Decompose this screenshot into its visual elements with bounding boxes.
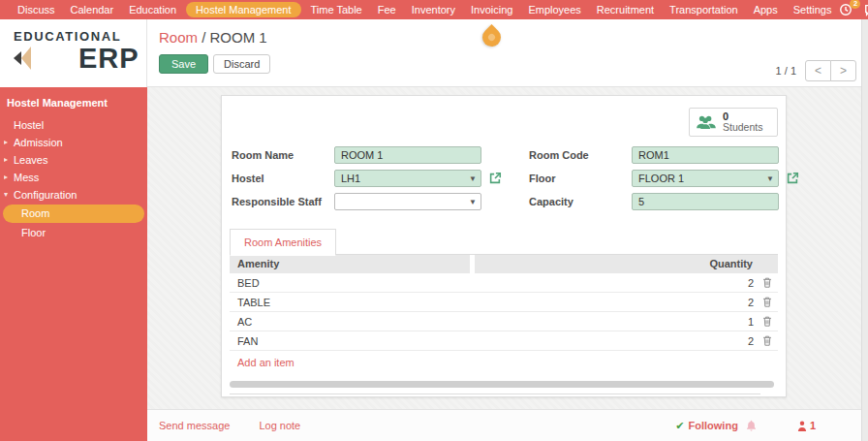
send-message-link[interactable]: Send message (159, 420, 230, 431)
quantity-cell: 2 (719, 277, 754, 289)
record-pager: 1 / 1 < > (776, 60, 856, 81)
amenities-table-header: Amenity Quantity (230, 255, 778, 273)
nav-item-inventory[interactable]: Inventory (404, 2, 463, 17)
nav-item-calendar[interactable]: Calendar (63, 2, 122, 17)
quantity-cell: 1 (719, 316, 754, 328)
sidebar-item-configuration[interactable]: ▾ Configuration (0, 186, 147, 204)
capacity-label: Capacity (529, 196, 632, 207)
tab-bar: Room Amenities (230, 229, 778, 255)
breadcrumb: Room / ROOM 1 (147, 19, 868, 46)
chevron-right-icon: ▸ (4, 134, 8, 151)
sheet-divider (230, 394, 760, 394)
nav-item-hostel-management[interactable]: Hostel Management (186, 2, 300, 17)
delete-row-icon[interactable] (760, 297, 774, 307)
chevron-right-icon: ▸ (4, 151, 8, 169)
room-name-input[interactable] (334, 146, 481, 164)
nav-item-apps[interactable]: Apps (746, 2, 786, 17)
sidebar-item-label: Floor (21, 227, 46, 238)
hostel-select[interactable]: LH1 ▼ (334, 170, 481, 187)
pager-next-button[interactable]: > (830, 60, 856, 81)
sidebar-item-leaves[interactable]: ▸ Leaves (0, 151, 147, 169)
check-icon: ✔ (675, 420, 684, 432)
table-row-table[interactable]: TABLE 2 (230, 293, 778, 312)
breadcrumb-separator: / (202, 29, 205, 46)
amenity-column-header[interactable]: Amenity (230, 255, 470, 273)
sidebar-item-label: Hostel (14, 119, 44, 131)
amenity-cell: BED (237, 277, 719, 289)
hostel-value: LH1 (341, 173, 360, 184)
nav-item-invoicing[interactable]: Invoicing (463, 2, 520, 17)
nav-item-discuss[interactable]: Discuss (10, 2, 63, 17)
following-button[interactable]: ✔ Following (675, 420, 738, 432)
vertical-scrollbar[interactable] (861, 19, 868, 441)
sidebar-item-room[interactable]: Room (3, 205, 144, 223)
table-row-bed[interactable]: BED 2 (230, 273, 778, 293)
navbar-right: 2 13 Administrator (839, 3, 868, 17)
notebook: Room Amenities Amenity Quantity BED 2 (230, 229, 778, 394)
breadcrumb-current: ROOM 1 (210, 29, 267, 46)
activity-clock-icon[interactable]: 2 (839, 3, 852, 16)
nav-item-fee[interactable]: Fee (370, 2, 404, 17)
sidebar-heading: Hostel Management (0, 95, 147, 116)
follower-count: 1 (810, 420, 816, 431)
nav-item-employees[interactable]: Employees (520, 2, 588, 17)
quantity-column-header[interactable]: Quantity (475, 255, 778, 273)
top-navbar: Discuss Calendar Education Hostel Manage… (0, 0, 868, 19)
sidebar-item-label: Mess (14, 172, 39, 183)
dropdown-caret-icon: ▼ (469, 198, 477, 206)
form-sheet: 0 Students Room Name (221, 95, 787, 397)
sidebar-item-hostel[interactable]: Hostel (0, 116, 147, 134)
delete-row-icon[interactable] (760, 316, 774, 327)
sidebar-item-floor[interactable]: Floor (0, 224, 147, 242)
add-an-item-link[interactable]: Add an item (230, 351, 778, 372)
app-logo: EDUCATIONAL ERP (0, 19, 147, 87)
left-column: EDUCATIONAL ERP Hostel Management Hostel… (0, 19, 147, 441)
log-note-link[interactable]: Log note (259, 420, 300, 431)
save-button[interactable]: Save (159, 54, 208, 74)
table-row-fan[interactable]: FAN 2 (230, 331, 778, 351)
amenity-cell: AC (237, 316, 719, 328)
responsible-staff-select[interactable]: ▼ (334, 193, 481, 210)
floor-external-link-icon[interactable] (786, 172, 799, 185)
students-label: Students (723, 122, 762, 133)
floor-value: FLOOR 1 (638, 173, 684, 184)
capacity-input[interactable] (632, 193, 779, 210)
delete-row-icon[interactable] (760, 277, 774, 288)
breadcrumb-room-link[interactable]: Room (159, 29, 198, 46)
quantity-cell: 2 (719, 335, 754, 347)
room-code-input[interactable] (632, 146, 779, 164)
followers-counter[interactable]: 1 (797, 420, 816, 431)
sidebar-item-mess[interactable]: ▸ Mess (0, 169, 147, 186)
pager-previous-button[interactable]: < (805, 60, 831, 81)
pager-counter: 1 / 1 (776, 65, 796, 77)
main-menu: Discuss Calendar Education Hostel Manage… (0, 2, 839, 17)
activity-badge: 2 (850, 0, 860, 9)
follower-person-icon (797, 421, 807, 431)
form-view-background: 0 Students Room Name (147, 87, 868, 409)
table-row-ac[interactable]: AC 1 (230, 312, 778, 331)
nav-item-transportation[interactable]: Transportation (662, 2, 746, 17)
delete-row-icon[interactable] (760, 335, 774, 346)
students-smart-button[interactable]: 0 Students (689, 108, 778, 137)
app-window: Discuss Calendar Education Hostel Manage… (0, 0, 868, 441)
nav-item-education[interactable]: Education (121, 2, 184, 17)
discard-button[interactable]: Discard (213, 54, 270, 74)
hostel-external-link-icon[interactable] (488, 172, 502, 185)
main-area: Room / ROOM 1 Save Discard 1 / 1 < > (147, 19, 868, 441)
floor-select[interactable]: FLOOR 1 ▼ (632, 170, 779, 187)
nav-item-recruitment[interactable]: Recruitment (589, 2, 662, 17)
sidebar-item-label: Admission (14, 137, 63, 148)
floor-label: Floor (529, 173, 632, 184)
pencil-logo-icon (14, 47, 78, 70)
nav-item-settings[interactable]: Settings (786, 2, 840, 17)
room-name-label: Room Name (232, 149, 334, 161)
table-horizontal-scrollbar[interactable] (230, 381, 774, 388)
chevron-down-icon: ▾ (4, 186, 8, 204)
messages-chat-icon[interactable]: 13 (864, 3, 868, 16)
dropdown-caret-icon: ▼ (469, 174, 477, 183)
bell-icon[interactable] (746, 420, 757, 431)
nav-item-time-table[interactable]: Time Table (303, 2, 370, 17)
tab-room-amenities[interactable]: Room Amenities (230, 229, 336, 256)
sidebar-item-admission[interactable]: ▸ Admission (0, 134, 147, 151)
dropdown-caret-icon: ▼ (766, 174, 774, 183)
